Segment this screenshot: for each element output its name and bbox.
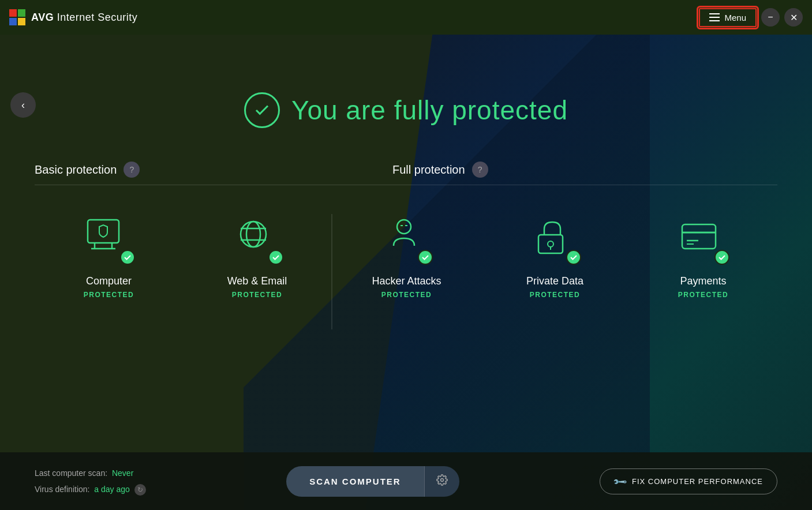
private-data-icon-wrapper xyxy=(529,214,581,266)
computer-status: PROTECTED xyxy=(84,291,134,299)
virus-def-label: Virus definition: xyxy=(35,485,89,494)
payments-name: Payments xyxy=(680,275,726,287)
private-data-status: PROTECTED xyxy=(530,291,581,299)
computer-check-badge xyxy=(120,250,135,265)
protection-item-computer[interactable]: Computer PROTECTED xyxy=(35,202,183,316)
basic-protection-label: Basic protection xyxy=(35,163,117,177)
svg-rect-11 xyxy=(538,235,563,253)
protection-item-hacker-attacks[interactable]: Hacker Attacks PROTECTED xyxy=(332,202,481,316)
avg-logo xyxy=(9,9,25,25)
basic-protection-header: Basic protection ? xyxy=(35,162,358,178)
computer-name: Computer xyxy=(86,275,132,287)
protected-header: You are fully protected xyxy=(0,69,812,128)
last-scan-label: Last computer scan: xyxy=(35,468,107,478)
wrench-icon: 🔧 xyxy=(612,473,628,489)
hamburger-icon xyxy=(709,13,720,21)
virus-def-value: a day ago xyxy=(94,485,130,494)
hacker-attacks-check-badge xyxy=(418,250,433,265)
logo-green xyxy=(18,9,25,17)
svg-point-12 xyxy=(548,241,553,247)
private-data-name: Private Data xyxy=(526,275,583,287)
fix-button-label: FIX COMPUTER PERFORMANCE xyxy=(632,477,763,486)
svg-point-18 xyxy=(440,478,443,481)
titlebar: AVG Internet Security Menu − ✕ xyxy=(0,0,812,35)
protection-items-list: Computer PROTECTED xyxy=(35,202,777,329)
app-title: AVG Internet Security xyxy=(31,12,137,24)
scan-settings-button[interactable] xyxy=(424,466,459,497)
menu-button[interactable]: Menu xyxy=(699,8,757,27)
protection-item-payments[interactable]: Payments PROTECTED xyxy=(629,202,777,316)
web-email-status: PROTECTED xyxy=(232,291,283,299)
virus-def-line: Virus definition: a day ago ↻ xyxy=(35,481,146,497)
svg-rect-0 xyxy=(88,220,119,243)
full-help-button[interactable]: ? xyxy=(472,162,488,178)
scan-info: Last computer scan: Never Virus definiti… xyxy=(35,465,146,497)
svg-rect-14 xyxy=(682,224,716,249)
section-headers: Basic protection ? Full protection ? xyxy=(35,162,777,185)
minimize-button[interactable]: − xyxy=(761,8,780,27)
web-email-name: Web & Email xyxy=(227,275,287,287)
full-protection-label: Full protection xyxy=(392,163,465,177)
payments-check-badge xyxy=(714,250,729,265)
web-email-icon-wrapper xyxy=(231,214,283,266)
hacker-attacks-icon-wrapper xyxy=(381,214,433,266)
protection-item-private-data[interactable]: Private Data PROTECTED xyxy=(481,202,629,316)
refresh-icon[interactable]: ↻ xyxy=(134,484,146,496)
protection-sections: Basic protection ? Full protection ? xyxy=(35,162,777,329)
last-scan-line: Last computer scan: Never xyxy=(35,465,146,481)
logo-red xyxy=(9,9,17,17)
payments-icon-wrapper xyxy=(678,214,729,266)
hacker-attacks-status: PROTECTED xyxy=(381,291,432,299)
private-data-check-badge xyxy=(566,250,581,265)
gear-icon xyxy=(436,474,448,486)
computer-icon-wrapper xyxy=(83,214,135,266)
protected-text: You are fully protected xyxy=(291,95,568,126)
close-button[interactable]: ✕ xyxy=(784,8,803,27)
protection-item-web-email[interactable]: Web & Email PROTECTED xyxy=(183,202,331,316)
bottom-bar: Last computer scan: Never Virus definiti… xyxy=(0,452,812,510)
scan-computer-button[interactable]: SCAN COMPUTER xyxy=(286,466,424,497)
hacker-attacks-name: Hacker Attacks xyxy=(372,275,441,287)
menu-label: Menu xyxy=(724,13,746,22)
logo-blue xyxy=(9,18,17,25)
logo-yellow xyxy=(18,18,25,25)
last-scan-value: Never xyxy=(112,468,133,478)
full-protection-header: Full protection ? xyxy=(358,162,777,178)
svg-point-8 xyxy=(397,220,411,234)
check-circle-icon xyxy=(244,92,280,128)
svg-point-4 xyxy=(241,222,266,247)
payments-status: PROTECTED xyxy=(678,291,729,299)
titlebar-left: AVG Internet Security xyxy=(9,9,137,25)
titlebar-right: Menu − ✕ xyxy=(699,8,803,27)
main-content: ‹ You are fully protected Basic protecti… xyxy=(0,35,812,510)
basic-help-button[interactable]: ? xyxy=(124,162,140,178)
fix-computer-button[interactable]: 🔧 FIX COMPUTER PERFORMANCE xyxy=(600,468,777,494)
scan-button-group: SCAN COMPUTER xyxy=(286,466,459,497)
web-email-check-badge xyxy=(268,250,283,265)
svg-point-5 xyxy=(246,222,260,247)
